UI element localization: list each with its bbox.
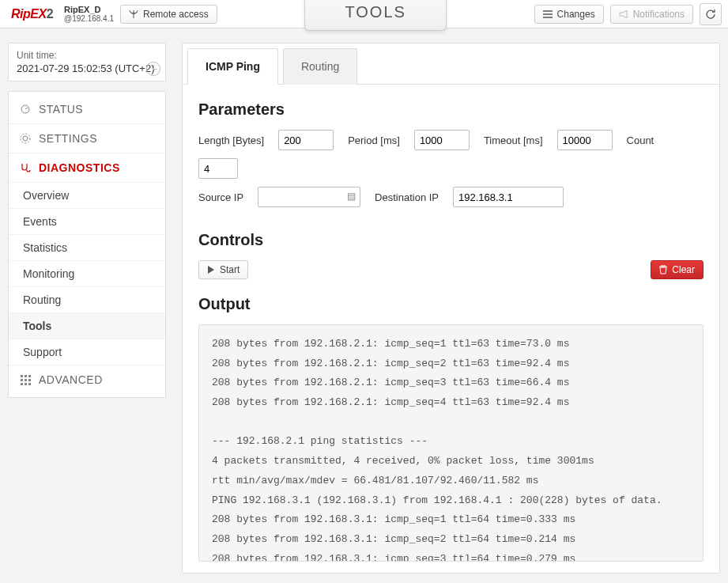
play-icon <box>207 266 215 274</box>
start-button[interactable]: Start <box>198 260 248 279</box>
svg-rect-11 <box>28 383 31 385</box>
controls-title: Controls <box>198 231 703 249</box>
changes-button[interactable]: Changes <box>534 5 604 24</box>
sidebar-sub-events[interactable]: Events <box>9 208 165 234</box>
sidebar-item-label: ADVANCED <box>39 373 103 386</box>
output-title: Output <box>198 295 703 313</box>
svg-rect-6 <box>21 379 23 381</box>
svg-rect-9 <box>21 383 23 385</box>
antenna-icon <box>129 9 138 19</box>
controls-section: Controls Start Clear <box>183 231 719 290</box>
logo: RipEX2 <box>6 7 58 21</box>
logo-suffix: 2 <box>47 7 53 21</box>
unit-time-card: Unit time: 2021-07-29 15:02:53 (UTC+2) <box>8 43 166 81</box>
device-block: RipEX_D @192.168.4.1 <box>64 5 114 23</box>
length-label: Length [Bytes] <box>198 134 264 146</box>
period-input[interactable] <box>414 130 470 150</box>
refresh-button[interactable] <box>700 3 722 25</box>
clear-label: Clear <box>672 264 695 275</box>
output-section: Output 208 bytes from 192.168.2.1: icmp_… <box>183 295 719 573</box>
svg-rect-5 <box>28 375 31 377</box>
refresh-icon <box>705 9 716 20</box>
count-label: Count <box>627 134 654 146</box>
sidebar-sub-overview[interactable]: Overview <box>9 182 165 208</box>
tab-icmp-ping[interactable]: ICMP Ping <box>187 48 278 85</box>
sidebar-item-status[interactable]: STATUS <box>9 95 165 123</box>
sidebar-sub-tools[interactable]: Tools <box>9 312 165 339</box>
count-input[interactable] <box>198 158 238 179</box>
clear-button[interactable]: Clear <box>651 260 703 279</box>
sidebar-sub-support[interactable]: Support <box>9 339 165 365</box>
sidebar-item-settings[interactable]: SETTINGS <box>9 123 165 153</box>
sidebar-sub-statistics[interactable]: Statistics <box>9 234 165 260</box>
length-input[interactable] <box>278 130 334 150</box>
sidebar-item-diagnostics[interactable]: DIAGNOSTICS <box>9 153 165 182</box>
remote-access-button[interactable]: Remote access <box>120 5 217 24</box>
remote-access-label: Remote access <box>143 9 209 20</box>
grid-icon <box>20 374 31 385</box>
notifications-label: Notifications <box>633 9 685 20</box>
timeout-label: Timeout [ms] <box>484 134 543 146</box>
unit-time-label: Unit time: <box>17 50 157 61</box>
period-label: Period [ms] <box>348 134 400 146</box>
parameters-title: Parameters <box>198 100 703 119</box>
content-panel: ICMP Ping Routing Parameters Length [Byt… <box>182 43 720 574</box>
megaphone-icon <box>619 10 628 18</box>
gauge-icon <box>20 104 31 115</box>
parameters-section: Parameters Length [Bytes] Period [ms] Ti… <box>183 85 719 226</box>
sidebar-item-advanced[interactable]: ADVANCED <box>9 365 165 394</box>
topbar: RipEX2 RipEX_D @192.168.4.1 Remote acces… <box>0 0 728 28</box>
changes-label: Changes <box>557 9 595 20</box>
unit-time-value: 2021-07-29 15:02:53 (UTC+2) <box>17 62 157 74</box>
svg-rect-10 <box>25 383 27 385</box>
svg-rect-4 <box>25 375 27 377</box>
notifications-button[interactable]: Notifications <box>610 5 693 24</box>
svg-point-1 <box>23 136 28 141</box>
svg-rect-3 <box>21 375 23 377</box>
device-name: RipEX_D <box>64 5 114 14</box>
sidebar-sub-monitoring[interactable]: Monitoring <box>9 260 165 286</box>
stethoscope-icon <box>20 162 31 173</box>
tab-routing[interactable]: Routing <box>283 48 357 85</box>
dest-ip-input[interactable] <box>453 187 564 207</box>
source-ip-input[interactable] <box>258 187 360 207</box>
tabs: ICMP Ping Routing <box>183 44 719 85</box>
sidebar-item-label: DIAGNOSTICS <box>39 161 120 174</box>
list-icon <box>543 10 553 18</box>
source-ip-label: Source IP <box>198 191 243 203</box>
sidebar-item-label: STATUS <box>39 103 83 115</box>
output-box[interactable]: 208 bytes from 192.168.2.1: icmp_seq=1 t… <box>198 324 703 562</box>
main: Unit time: 2021-07-29 15:02:53 (UTC+2) S… <box>0 28 728 581</box>
svg-rect-7 <box>25 379 27 381</box>
clock-icon <box>146 62 160 76</box>
sidebar-item-label: SETTINGS <box>39 132 97 145</box>
svg-point-2 <box>21 134 30 143</box>
logo-text: RipEX <box>11 7 47 21</box>
svg-rect-8 <box>28 379 31 381</box>
dest-ip-label: Destination IP <box>375 191 439 203</box>
sidebar-nav: STATUS SETTINGS DIAGNOSTICS Overview Eve… <box>8 91 166 398</box>
trash-icon <box>659 265 667 274</box>
left-column: Unit time: 2021-07-29 15:02:53 (UTC+2) S… <box>8 43 166 574</box>
gear-icon <box>20 133 31 144</box>
timeout-input[interactable] <box>557 130 613 150</box>
device-ip: @192.168.4.1 <box>64 14 114 23</box>
sidebar-sub-routing[interactable]: Routing <box>9 286 165 312</box>
page-title: TOOLS <box>304 0 447 31</box>
start-label: Start <box>220 264 240 275</box>
